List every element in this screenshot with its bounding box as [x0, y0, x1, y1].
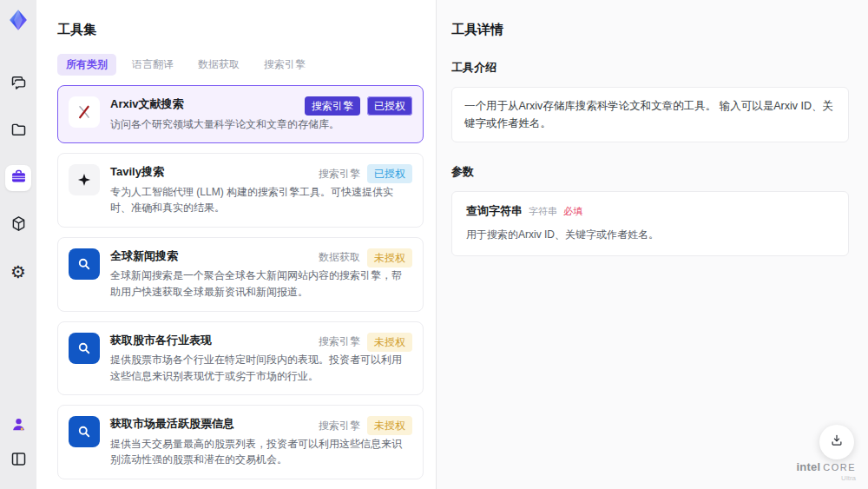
page-title: 工具集 [57, 22, 436, 38]
briefcase-icon [10, 168, 28, 189]
user-icon [10, 415, 28, 437]
tool-card-global-news[interactable]: 全球新闻搜索 全球新闻搜索是一个聚合全球各大新闻网站内容的搜索引擎，帮助用户快速… [57, 237, 424, 312]
tool-card-sector-performance[interactable]: 获取股市各行业表现 提供股票市场各个行业在特定时间段内的表现。投资者可以利用这些… [57, 321, 424, 396]
tab-language-translation[interactable]: 语言翻译 [123, 54, 182, 76]
details-title: 工具详情 [451, 22, 849, 38]
brand-intel-text: intel [796, 460, 820, 473]
cube-icon [10, 215, 28, 236]
rail-nav: ⚙ [5, 71, 31, 285]
left-rail: ⚙ [0, 0, 36, 489]
stock-search-icon [69, 333, 100, 364]
tool-list: Arxiv文献搜索 访问各个研究领域大量科学论文和文章的存储库。 搜索引擎 已授… [57, 85, 424, 489]
brand-sub-text: Ultra [796, 474, 856, 482]
auth-status-badge: 未授权 [367, 248, 412, 268]
category-label: 搜索引擎 [319, 167, 360, 182]
auth-status-badge: 未授权 [367, 333, 412, 352]
category-label: 搜索引擎 [319, 419, 360, 433]
sidebar-item-files[interactable] [5, 118, 31, 144]
tab-search-engine[interactable]: 搜索引擎 [255, 54, 314, 76]
app-logo [5, 9, 31, 35]
category-badge: 搜索引擎 [305, 96, 360, 116]
arxiv-logo-icon [69, 96, 100, 128]
panel-icon [10, 450, 28, 472]
sidebar-item-packages[interactable] [5, 212, 31, 238]
gear-icon: ⚙ [10, 263, 26, 281]
tool-intro-box: 一个用于从Arxiv存储库搜索科学论文和文章的工具。 输入可以是Arxiv ID… [451, 87, 849, 142]
parameter-card: 查询字符串 字符串 必填 用于搜索的Arxiv ID、关键字或作者姓名。 [451, 191, 849, 256]
download-button[interactable] [819, 425, 854, 459]
param-required-badge: 必填 [563, 205, 582, 218]
tool-description: 访问各个研究领域大量科学论文和文章的存储库。 [110, 116, 410, 133]
tool-intro-text: 一个用于从Arxiv存储库搜索科学论文和文章的工具。 输入可以是Arxiv ID… [464, 100, 833, 129]
tool-card-tavily[interactable]: Tavily搜索 专为人工智能代理 (LLM) 构建的搜索引擎工具。可快速提供实… [57, 153, 424, 228]
folder-icon [10, 121, 28, 142]
rail-bottom [0, 413, 36, 473]
tavily-star-icon [69, 164, 100, 195]
auth-status-badge: 已授权 [367, 164, 412, 183]
app-window: ⚙ [0, 0, 868, 489]
gem-logo-icon [6, 8, 30, 36]
tool-card-arxiv[interactable]: Arxiv文献搜索 访问各个研究领域大量科学论文和文章的存储库。 搜索引擎 已授… [57, 85, 424, 143]
intro-heading: 工具介绍 [451, 60, 849, 76]
tool-description: 提供股票市场各个行业在特定时间段内的表现。投资者可以利用这些信息来识别表现优于或… [110, 352, 410, 384]
brand-core-text: CORE [823, 462, 856, 472]
param-description: 用于搜索的Arxiv ID、关键字或作者姓名。 [466, 227, 834, 242]
tool-description: 提供当天交易量最高的股票列表，投资者可以利用这些信息来识别流动性强的股票和潜在的… [110, 436, 410, 468]
tab-data-fetching[interactable]: 数据获取 [189, 54, 248, 76]
auth-status-badge: 未授权 [367, 416, 412, 435]
param-name: 查询字符串 [466, 203, 523, 219]
tool-description: 全球新闻搜索是一个聚合全球各大新闻网站内容的搜索引擎，帮助用户快速获取全球最新资… [110, 268, 410, 300]
sidebar-item-chat[interactable] [5, 71, 31, 97]
intel-core-logo: intelCORE Ultra [796, 460, 856, 482]
chat-icon [10, 74, 28, 96]
category-label: 搜索引擎 [319, 334, 360, 349]
param-type: 字符串 [529, 205, 557, 218]
details-panel: 工具详情 工具介绍 一个用于从Arxiv存储库搜索科学论文和文章的工具。 输入可… [437, 0, 868, 489]
params-heading: 参数 [451, 164, 849, 180]
stock-search-icon [69, 416, 100, 447]
tool-card-active-stocks[interactable]: 获取市场最活跃股票信息 提供当天交易量最高的股票列表，投资者可以利用这些信息来识… [57, 405, 424, 479]
auth-status-badge: 已授权 [367, 96, 412, 116]
sidebar-item-panel-toggle[interactable] [5, 447, 31, 473]
tool-description: 专为人工智能代理 (LLM) 构建的搜索引擎工具。可快速提供实时、准确和真实的结… [110, 184, 410, 216]
sidebar-item-settings[interactable]: ⚙ [5, 259, 31, 285]
download-icon [829, 433, 845, 452]
sidebar-item-toolbox[interactable] [5, 165, 31, 191]
sidebar-item-account[interactable] [5, 413, 31, 439]
tab-all-categories[interactable]: 所有类别 [57, 54, 116, 76]
tools-panel: 工具集 所有类别 语言翻译 数据获取 搜索引擎 A [36, 0, 436, 489]
category-label: 数据获取 [319, 250, 360, 265]
category-tabs: 所有类别 语言翻译 数据获取 搜索引擎 [57, 54, 436, 76]
news-search-icon [69, 248, 100, 280]
